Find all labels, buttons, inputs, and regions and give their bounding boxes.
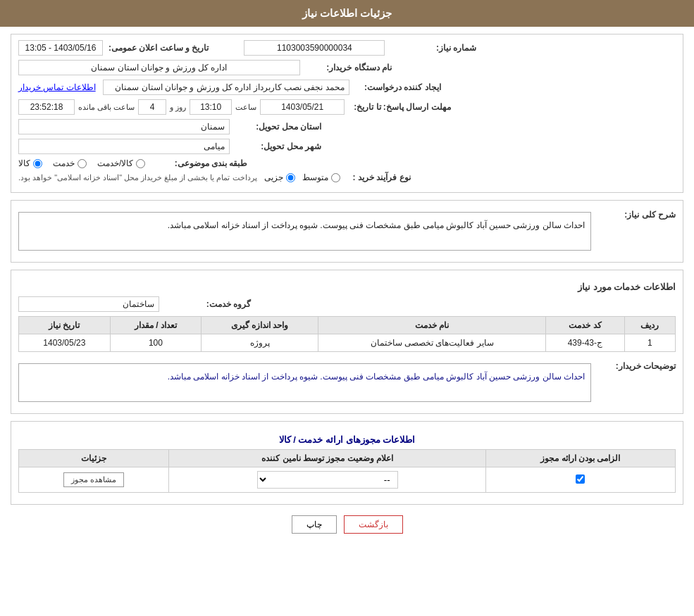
col-service-name: نام خدمت [318,317,546,334]
license-table: الزامی بودن ارائه مجوز اعلام وضعیت مجوز … [18,449,676,493]
category-kala-khadamat-label: کالا/خدمت [97,158,133,168]
process-row: نوع فرآیند خرید : متوسط جزیی پرداخت تمام… [18,172,676,182]
license-status-cell: -- [169,467,485,493]
buyer-org-row: نام دستگاه خریدار: اداره کل ورزش و جوانا… [18,60,676,75]
category-row: طبقه بندی موضوعی: کالا/خدمت خدمت کالا [18,158,676,168]
process-label: نوع فرآیند خرید : [347,172,411,182]
service-group-label: گروه خدمت: [159,299,251,309]
category-label: طبقه بندی موضوعی: [156,158,247,168]
city-row: شهر محل تحویل: میامی [18,139,676,154]
table-cell-4: 100 [110,334,202,352]
deadline-date: 1403/05/21 [260,99,345,115]
need-desc-label: شرح کلی نیاز: [598,206,676,220]
requester-label: ایجاد کننده درخواست: [349,82,441,92]
need-number-label: شماره نیاز: [385,43,476,53]
deadline-days: 4 [138,99,166,115]
category-kala-radio[interactable] [33,159,42,168]
category-kala-khadamat-radio[interactable] [136,159,145,168]
license-col-status: اعلام وضعیت مجوز توسط نامین کننده [169,450,485,467]
license-col-required: الزامی بودن ارائه مجوز [485,450,675,467]
col-qty: تعداد / مقدار [110,317,202,334]
deadline-time-label: ساعت [235,103,256,112]
service-group-value: ساختمان [18,296,159,312]
announcement-label: تاریخ و ساعت اعلان عمومی: [103,43,209,53]
city-value: میامی [18,139,230,154]
license-required-cell [485,467,675,493]
col-row-num: ردیف [624,317,675,334]
license-section: اطلاعات مجوزهای ارائه خدمت / کالا الزامی… [11,421,683,505]
process-jozii-group: جزیی [264,172,295,182]
need-desc-section: شرح کلی نیاز: احداث سالن ورزشی حسین آباد… [11,200,683,263]
process-motavasset-group: متوسط [302,172,340,182]
table-row: 1ج-43-439سایر فعالیت‌های تخصصی ساختمانپر… [19,334,676,352]
buyer-org-value: اداره کل ورزش و جوانان استان سمنان [18,60,300,75]
license-col-details: جزئیات [19,450,169,467]
deadline-time: 13:10 [190,99,232,115]
requester-row: ایجاد کننده درخواست: محمد نجفی نصب کاربر… [18,80,676,95]
deadline-remaining-label: ساعت باقی مانده [78,103,135,112]
license-required-checkbox[interactable] [576,474,585,484]
deadline-days-label: روز و [170,103,186,112]
print-button[interactable]: چاپ [292,515,337,534]
license-title: اطلاعات مجوزهای ارائه خدمت / کالا [18,434,676,445]
page-header: جزئیات اطلاعات نیاز [0,0,694,27]
need-number-row: شماره نیاز: 1103003590000034 تاریخ و ساع… [18,40,676,56]
category-kala-khadamat-group: کالا/خدمت [97,158,145,168]
table-cell-3: پروژه [202,334,318,352]
deadline-row: مهلت ارسال پاسخ: تا تاریخ: 1403/05/21 سا… [18,99,676,115]
announcement-value: 1403/05/16 - 13:05 [18,40,103,56]
need-desc-value: احداث سالن ورزشی حسین آباد کالبوش میامی … [18,212,591,251]
view-license-button[interactable]: مشاهده مجوز [63,472,124,487]
license-row: -- مشاهده مجوز [19,467,676,493]
category-kala-group: کالا [18,158,42,168]
buyer-desc-label: توضیحات خریدار: [598,358,676,371]
bottom-buttons: بازگشت چاپ [11,515,683,534]
category-khadamat-label: خدمت [53,158,75,168]
process-motavasset-label: متوسط [302,172,328,182]
col-service-code: کد خدمت [546,317,625,334]
table-cell-2: سایر فعالیت‌های تخصصی ساختمان [318,334,546,352]
deadline-remaining: 23:52:18 [18,99,75,115]
back-button[interactable]: بازگشت [344,515,403,534]
table-cell-5: 1403/05/23 [19,334,111,352]
deadline-label: مهلت ارسال پاسخ: تا تاریخ: [348,102,450,112]
service-group-row: گروه خدمت: ساختمان [18,296,676,312]
province-label: استان محل تحویل: [230,122,321,132]
process-motavasset-radio[interactable] [331,173,340,182]
requester-value: محمد نجفی نصب کاربرداز اداره کل ورزش و ج… [103,80,349,95]
category-khadamat-radio[interactable] [78,159,87,168]
license-status-select[interactable]: -- [257,471,398,489]
main-info-section: شماره نیاز: 1103003590000034 تاریخ و ساع… [11,34,683,193]
table-cell-0: 1 [624,334,675,352]
table-cell-1: ج-43-439 [546,334,625,352]
services-table: ردیف کد خدمت نام خدمت واحد اندازه گیری ت… [18,316,676,352]
license-details-cell: مشاهده مجوز [19,467,169,493]
buyer-org-label: نام دستگاه خریدار: [300,63,392,73]
buyer-desc-value: احداث سالن ورزشی حسین آباد کالبوش میامی … [18,363,591,402]
province-row: استان محل تحویل: سمنان [18,119,676,134]
col-date: تاریخ نیاز [19,317,111,334]
need-number-value: 1103003590000034 [244,40,385,56]
header-title: جزئیات اطلاعات نیاز [302,7,392,19]
category-khadamat-group: خدمت [53,158,87,168]
category-kala-label: کالا [18,158,30,168]
process-jozii-radio[interactable] [286,173,295,182]
city-label: شهر محل تحویل: [230,142,321,151]
process-jozii-label: جزیی [264,172,283,182]
province-value: سمنان [18,119,230,134]
contact-link[interactable]: اطلاعات تماس خریدار [18,82,96,92]
services-section: اطلاعات خدمات مورد نیاز گروه خدمت: ساختم… [11,270,683,414]
process-desc: پرداخت تمام یا بخشی از مبلغ خریداز محل "… [18,173,257,182]
services-title: اطلاعات خدمات مورد نیاز [18,282,676,292]
col-unit: واحد اندازه گیری [202,317,318,334]
